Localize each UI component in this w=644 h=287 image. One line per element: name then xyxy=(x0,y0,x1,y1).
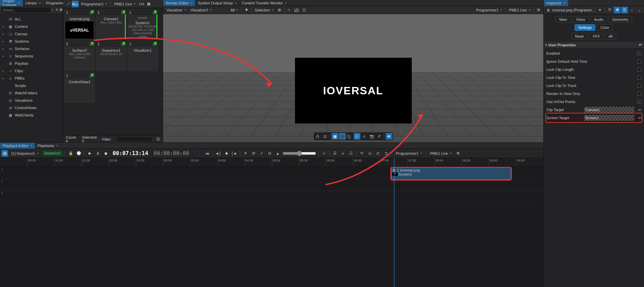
filter-all[interactable]: ALL xyxy=(72,1,79,7)
prop-use-in-out-points[interactable]: Use In/Out Points xyxy=(546,98,641,106)
play-icon[interactable]: ▶ xyxy=(87,150,93,157)
chev-dd[interactable]: ▾ xyxy=(597,7,603,13)
cat-main[interactable]: Main xyxy=(555,16,571,23)
tab-content-transfer[interactable]: Content Transfer Monitor× xyxy=(239,0,289,6)
tree-item-content[interactable]: ▸▦Content xyxy=(0,23,63,30)
tree-item-surfaces[interactable]: ▸▭Surfaces xyxy=(0,45,63,52)
vt-center-icon[interactable]: ✥ xyxy=(386,133,392,140)
goto-start-icon[interactable]: ⏮ xyxy=(204,150,211,157)
vt-snap-icon[interactable]: 📷 xyxy=(368,133,375,140)
down-icon[interactable]: ↓ xyxy=(636,7,643,13)
align-r-icon[interactable]: ☷ xyxy=(348,150,354,157)
checkbox[interactable] xyxy=(637,76,641,80)
pb-popout-icon[interactable]: ⧉ xyxy=(455,150,461,157)
tl-c-icon[interactable]: ⤢ xyxy=(258,150,265,157)
library-filter-input[interactable] xyxy=(115,137,152,142)
render-pme-dd[interactable]: PME1 Live xyxy=(507,7,532,13)
library-card[interactable]: 2▢Surface2Res: 1920,1080Canvas1 xyxy=(64,41,95,71)
close-icon[interactable]: × xyxy=(18,1,20,5)
render-viewport[interactable]: IOVERSAL ⋀ ⊡ ▦ 🎥 ⃠ ⓘ ⊂ 📷 ↺ ✥ xyxy=(163,14,543,142)
track-3[interactable]: 3 xyxy=(0,191,543,203)
grid-mode-icon[interactable]: ⊞ xyxy=(276,7,283,13)
checkbox[interactable] xyxy=(637,67,641,71)
cat-geometry[interactable]: Geometry xyxy=(608,16,632,23)
vt-pulse-icon[interactable]: ⋀ xyxy=(314,133,321,140)
library-card[interactable]: 1▢Visualizer1 xyxy=(128,41,158,71)
cat-all[interactable]: All xyxy=(605,33,616,40)
tree-item-sequences[interactable]: ▸≡Sequences xyxy=(0,52,63,60)
tab-render-editor[interactable]: Render Editor× xyxy=(163,0,195,6)
align-l-icon[interactable]: ☰ xyxy=(332,150,338,157)
programmer-dropdown[interactable]: Programmer1 xyxy=(79,1,109,7)
tab-playback-editor[interactable]: Playback Editor× xyxy=(0,143,35,149)
pointer-icon[interactable]: ↖ xyxy=(56,7,59,13)
vt-mute-icon[interactable]: ⃠ xyxy=(346,133,353,140)
tab-inspector[interactable]: Inspector× xyxy=(544,0,568,6)
cat-settings[interactable]: Settings xyxy=(575,24,595,31)
track-1[interactable]: 1 🗎 1 ioversal.pngIOScreen1 xyxy=(0,167,543,179)
tab-project-explorer[interactable]: Project Explorer× xyxy=(0,0,23,6)
library-card[interactable]: 1▢ControlView1 xyxy=(64,73,95,103)
checkbox[interactable] xyxy=(637,100,641,104)
move-icon[interactable]: ✥ xyxy=(243,7,250,13)
library-card[interactable]: 1▢ioversal.pngዐVERSAL xyxy=(64,9,95,40)
marker-icon[interactable]: ◇ xyxy=(320,150,327,157)
cat-color[interactable]: Color xyxy=(597,24,613,31)
tab-library[interactable]: Library× xyxy=(23,0,43,6)
tool-a[interactable]: ◫ xyxy=(301,7,307,13)
tree-item-watchfolders[interactable]: 🗀WatchFolders xyxy=(0,89,63,97)
cat-audio[interactable]: Audio xyxy=(590,16,607,23)
cue-icon[interactable]: ◆ xyxy=(223,150,230,157)
tree-item-playlists[interactable]: ≣Playlists xyxy=(0,60,63,67)
library-card[interactable]: 1▢Canvas1Res: 1920,1080 xyxy=(96,9,126,40)
prev-cue-icon[interactable]: ◄│ xyxy=(215,150,222,157)
gear-icon[interactable]: ⚙ xyxy=(59,7,63,13)
all-dd[interactable]: All xyxy=(229,7,240,13)
visualizer-dd[interactable]: Visualizer xyxy=(164,7,188,13)
tree-item-visualizers[interactable]: ◎Visualizers xyxy=(0,97,63,104)
reset-icon[interactable]: ↩ xyxy=(638,116,641,120)
library-card[interactable]: 1▢Sequence100:10:00:00 | 25 xyxy=(96,41,126,71)
snap-b-icon[interactable]: ⊔ xyxy=(367,150,374,157)
clear-filter-icon[interactable]: ⓧ xyxy=(156,137,160,142)
tab-playbacks[interactable]: Playbacks× xyxy=(35,143,61,149)
tree-item-canvas[interactable]: ▸▢Canvas xyxy=(0,30,63,38)
tree-item-controlviews[interactable]: ⇄ControlViews xyxy=(0,104,63,111)
playhead[interactable] xyxy=(394,158,394,166)
section-user-properties[interactable]: ▸ User Properties ↩ xyxy=(544,42,644,48)
track-2[interactable]: 2 xyxy=(0,179,543,191)
lock-icon[interactable]: 🔒 xyxy=(67,150,74,157)
snap-c-icon[interactable]: ⊏ xyxy=(375,150,382,157)
reset-icon[interactable]: ↩ xyxy=(638,108,641,112)
visualizer1-dd[interactable]: Visualizer1 xyxy=(189,7,214,13)
cat-vfx[interactable]: VFX xyxy=(589,33,603,40)
timeline-tracks[interactable]: 1 🗎 1 ioversal.pngIOScreen123 xyxy=(0,167,543,287)
vt-wire-icon[interactable]: ⊡ xyxy=(322,133,329,140)
prop-enabled[interactable]: Enabled xyxy=(546,49,641,57)
tl-a-icon[interactable]: ✕ xyxy=(242,150,249,157)
stop-icon[interactable]: ⏹ xyxy=(103,150,109,157)
cat-video[interactable]: Video xyxy=(572,16,589,23)
tree-item-webclients[interactable]: ▦WebClients xyxy=(0,111,63,119)
tab-system-output[interactable]: System Output Setup× xyxy=(195,0,239,6)
vt-reset-icon[interactable]: ↺ xyxy=(376,133,383,140)
pb-programmer-dd[interactable]: Programmer1 xyxy=(394,150,424,157)
prop-screen-target[interactable]: Screen TargetScreen1↩ xyxy=(546,114,641,122)
prop-clip-target[interactable]: Clip TargetCanvas1↩ xyxy=(546,106,641,114)
pin-icon[interactable]: ⇱ xyxy=(606,7,613,13)
selection-dd[interactable]: Selection xyxy=(253,7,275,13)
explorer-select[interactable] xyxy=(1,7,51,13)
align-c-icon[interactable]: ≡ xyxy=(340,150,346,157)
timeline-clip[interactable]: 🗎 1 ioversal.pngIOScreen1 xyxy=(391,168,511,180)
popout-icon[interactable]: ⧉ xyxy=(535,7,542,13)
zoom-slider[interactable] xyxy=(283,151,316,156)
list-icon[interactable]: ☰ xyxy=(621,7,628,13)
vt-magnet-icon[interactable]: ⊂ xyxy=(361,133,368,140)
reset-icon[interactable]: ↩ xyxy=(639,43,642,47)
checkbox[interactable] xyxy=(637,84,641,88)
tl-e-icon[interactable]: ▲ xyxy=(275,150,281,157)
library-card[interactable]: 1▢MasterSystem1DESKTOP-TILI9H2E192.168.1… xyxy=(128,9,158,40)
cat-mask[interactable]: Mask xyxy=(572,33,588,40)
vt-info-icon[interactable]: ⓘ xyxy=(354,133,360,140)
pme-dropdown[interactable]: PME1 Live xyxy=(112,1,137,7)
